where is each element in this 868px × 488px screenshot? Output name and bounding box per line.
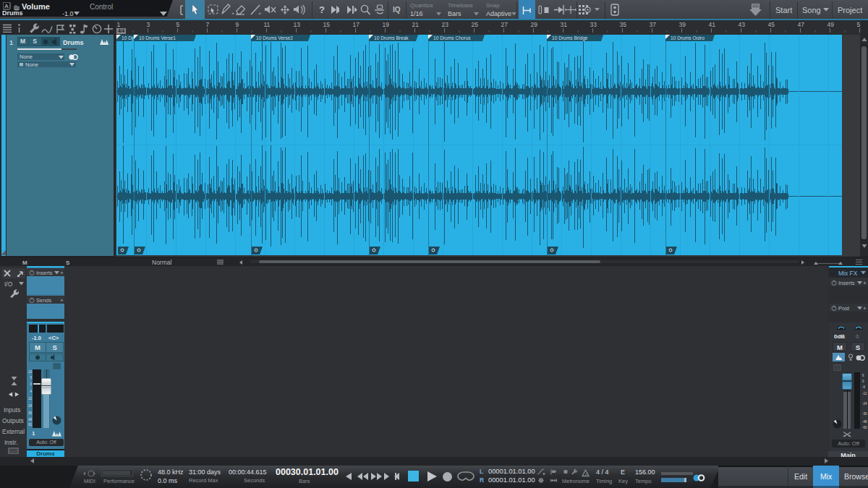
svg-text:7: 7 bbox=[206, 21, 210, 28]
svg-text:0: 0 bbox=[862, 380, 864, 383]
svg-text:10 Drums Verse1: 10 Drums Verse1 bbox=[139, 35, 176, 40]
svg-text:10 Drums Outro: 10 Drums Outro bbox=[671, 35, 705, 40]
svg-text:24: 24 bbox=[28, 404, 32, 408]
svg-text:15: 15 bbox=[323, 21, 331, 28]
svg-text:4: 4 bbox=[30, 390, 32, 393]
svg-text:27: 27 bbox=[501, 21, 509, 28]
svg-text:31: 31 bbox=[561, 21, 568, 28]
svg-text:25: 25 bbox=[472, 21, 479, 28]
svg-text:47: 47 bbox=[798, 21, 805, 28]
svg-text:17: 17 bbox=[353, 21, 360, 28]
svg-text:19: 19 bbox=[383, 21, 390, 28]
svg-text:12: 12 bbox=[28, 397, 32, 401]
svg-text:35: 35 bbox=[620, 21, 627, 28]
svg-text:48: 48 bbox=[28, 418, 32, 421]
svg-text:21: 21 bbox=[412, 21, 420, 28]
svg-text:-24: -24 bbox=[862, 402, 867, 406]
svg-text:10 Drums Verse2: 10 Drums Verse2 bbox=[256, 35, 293, 40]
svg-text:-60: -60 bbox=[862, 426, 867, 429]
svg-text:10 Drums Chorus: 10 Drums Chorus bbox=[433, 35, 471, 40]
svg-text:23: 23 bbox=[442, 21, 449, 28]
svg-text:9: 9 bbox=[236, 21, 239, 28]
svg-text:6: 6 bbox=[862, 374, 864, 377]
svg-text:3: 3 bbox=[147, 21, 150, 28]
svg-text:-6: -6 bbox=[862, 385, 865, 389]
svg-text:36: 36 bbox=[28, 411, 32, 415]
svg-text:33: 33 bbox=[590, 21, 597, 28]
svg-text:41: 41 bbox=[709, 21, 716, 28]
svg-text:-36: -36 bbox=[862, 412, 867, 416]
svg-text:37: 37 bbox=[650, 21, 657, 28]
svg-text:A: A bbox=[4, 3, 9, 9]
svg-text:43: 43 bbox=[739, 21, 746, 28]
svg-text:11: 11 bbox=[264, 21, 271, 28]
svg-text:1: 1 bbox=[117, 21, 121, 28]
svg-text:10 Drums Bridge: 10 Drums Bridge bbox=[552, 35, 588, 41]
svg-text:45: 45 bbox=[768, 21, 775, 28]
svg-text:10 Dr: 10 Dr bbox=[122, 35, 134, 40]
svg-text:51: 51 bbox=[857, 21, 861, 28]
svg-text:5: 5 bbox=[176, 21, 180, 28]
svg-text:5: 5 bbox=[30, 376, 32, 380]
svg-text:10 Drums Break: 10 Drums Break bbox=[374, 35, 409, 40]
svg-text:13: 13 bbox=[294, 21, 301, 28]
svg-text:49: 49 bbox=[827, 21, 835, 28]
svg-text:-48: -48 bbox=[862, 420, 867, 424]
svg-text:60: 60 bbox=[28, 423, 32, 427]
svg-text:39: 39 bbox=[679, 21, 686, 28]
svg-text:10: 10 bbox=[28, 370, 32, 374]
svg-text:29: 29 bbox=[531, 21, 538, 28]
svg-text:0: 0 bbox=[30, 382, 32, 386]
svg-text:-12: -12 bbox=[862, 392, 867, 395]
